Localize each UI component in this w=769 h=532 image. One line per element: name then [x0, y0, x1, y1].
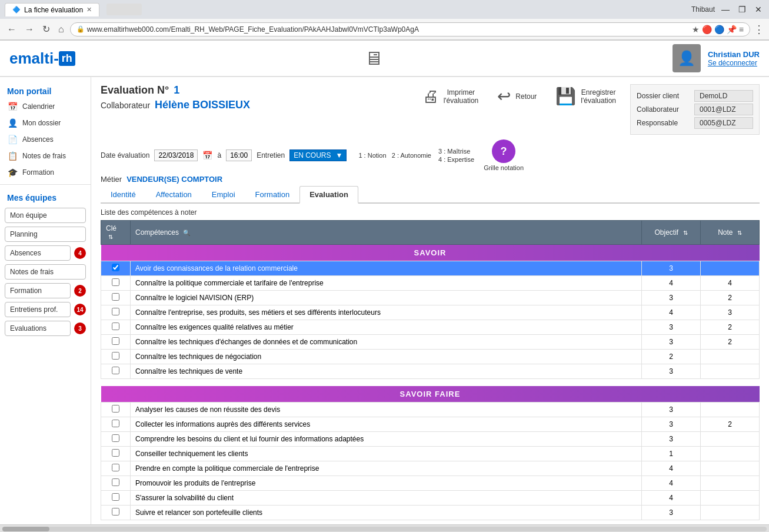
col-obj-header[interactable]: Objectif ⇅ — [642, 221, 701, 245]
reload-button[interactable]: ↻ — [40, 22, 52, 36]
table-row[interactable]: Promouvoir les produits de l'entreprise4 — [101, 476, 760, 490]
retour-button[interactable]: ↩ Retour — [492, 84, 541, 108]
statut-select[interactable]: EN COURS ▼ — [289, 149, 347, 161]
bottom-scrollbar[interactable] — [0, 524, 769, 532]
tab-identite[interactable]: Identité — [101, 186, 146, 204]
scrollbar-thumb[interactable] — [2, 527, 49, 531]
address-box[interactable]: 🔒 www.emaltirhweb000.com/Emalti_RH_Web/P… — [70, 22, 750, 36]
forward-button[interactable]: → — [22, 23, 36, 36]
row-checkbox[interactable] — [112, 405, 119, 413]
mon-equipe-button[interactable]: Mon équipe — [5, 208, 86, 223]
row-checkbox[interactable] — [112, 322, 119, 330]
table-row[interactable]: Conseiller techniquement les clients1 — [101, 446, 760, 461]
row-checkbox[interactable] — [112, 420, 119, 427]
date-value[interactable]: 22/03/2018 — [154, 149, 198, 161]
sidebar-item-calendrier[interactable]: 📅 Calendrier — [0, 98, 91, 115]
table-row[interactable]: Connaître le logiciel NAVISION (ERP)32 — [101, 291, 760, 305]
note-cell[interactable]: 2 — [701, 320, 760, 335]
save-button[interactable]: 💾 Enregistrer l'évaluation — [551, 84, 621, 108]
browser-tab[interactable]: 🔷 La fiche évaluation ✕ — [5, 3, 99, 16]
row-checkbox[interactable] — [112, 264, 119, 271]
notes-frais-button[interactable]: Notes de frais — [5, 264, 86, 280]
row-checkbox[interactable] — [112, 478, 119, 486]
note-sort-icon[interactable]: ⇅ — [737, 230, 742, 236]
note-cell[interactable] — [701, 476, 760, 490]
table-row[interactable]: Connaître l'entreprise, ses produits, se… — [101, 305, 760, 320]
row-checkbox[interactable] — [112, 352, 119, 360]
table-row[interactable]: Connaître les exigences qualité relative… — [101, 320, 760, 335]
note-cell[interactable]: 2 — [701, 417, 760, 431]
entretiens-badge: 14 — [74, 304, 86, 315]
sidebar-item-notes[interactable]: 📋 Notes de frais — [0, 148, 91, 164]
table-row[interactable]: Comprendre les besoins du client et lui … — [101, 431, 760, 446]
entretiens-button[interactable]: Entretiens prof. — [5, 302, 71, 317]
note-cell[interactable] — [701, 350, 760, 364]
row-checkbox[interactable] — [112, 449, 119, 457]
note-cell[interactable] — [701, 461, 760, 476]
calendar-icon[interactable]: 📅 — [202, 151, 212, 160]
table-row[interactable]: Suivre et relancer son portefeuille clie… — [101, 505, 760, 520]
grille-circle[interactable]: ? — [492, 139, 515, 163]
row-checkbox[interactable] — [112, 493, 119, 501]
row-checkbox[interactable] — [112, 308, 119, 315]
table-row[interactable]: Connaître les techniques de négociation2 — [101, 350, 760, 364]
absences-team-button[interactable]: Absences — [5, 245, 71, 261]
minimize-button[interactable]: — — [720, 4, 731, 15]
table-row[interactable]: Prendre en compte la politique commercia… — [101, 461, 760, 476]
evaluations-button[interactable]: Evaluations — [5, 321, 71, 336]
comp-sort-icon[interactable]: 🔍 — [183, 230, 190, 236]
user-name[interactable]: Christian DUR — [708, 50, 760, 59]
obj-sort-icon[interactable]: ⇅ — [683, 230, 688, 236]
note-cell[interactable] — [701, 261, 760, 276]
note-cell[interactable] — [701, 505, 760, 520]
heure-value[interactable]: 16:00 — [226, 149, 252, 161]
table-row[interactable]: S'assurer la solvabilité du client4 — [101, 490, 760, 505]
row-checkbox[interactable] — [112, 464, 119, 471]
note-cell[interactable] — [701, 490, 760, 505]
sidebar-item-formation[interactable]: 🎓 Formation — [0, 164, 91, 181]
note-cell[interactable] — [701, 446, 760, 461]
tab-emploi[interactable]: Emploi — [202, 186, 245, 204]
col-note-header[interactable]: Note ⇅ — [701, 221, 760, 245]
table-row[interactable]: Connaître les techniques de vente3 — [101, 364, 760, 379]
back-button[interactable]: ← — [5, 23, 19, 36]
sidebar-item-mondossier[interactable]: 👤 Mon dossier — [0, 115, 91, 131]
table-row[interactable]: Collecter les informations auprès des di… — [101, 417, 760, 431]
col-cle-header[interactable]: Clé ⇅ — [101, 221, 131, 245]
sidebar-portail-title[interactable]: Mon portail — [0, 82, 91, 98]
note-cell[interactable]: 2 — [701, 291, 760, 305]
print-button[interactable]: 🖨 Imprimer l'évaluation — [418, 84, 484, 108]
col-comp-header[interactable]: Compétences 🔍 — [131, 221, 642, 245]
note-cell[interactable]: 2 — [701, 335, 760, 350]
home-button[interactable]: ⌂ — [56, 23, 66, 36]
restore-button[interactable]: ❐ — [736, 4, 748, 15]
row-checkbox[interactable] — [112, 337, 119, 345]
table-row[interactable]: Connaître les techniques d'échanges de d… — [101, 335, 760, 350]
sidebar-item-absences[interactable]: 📄 Absences — [0, 131, 91, 148]
row-checkbox[interactable] — [112, 367, 119, 374]
note-cell[interactable]: 3 — [701, 305, 760, 320]
cle-sort-icon[interactable]: ⇅ — [108, 234, 113, 240]
competences-scroll-area[interactable]: Clé ⇅ Compétences 🔍 Objectif ⇅ — [101, 220, 760, 524]
close-button[interactable]: ✕ — [753, 4, 764, 15]
row-checkbox[interactable] — [112, 434, 119, 442]
tab-formation[interactable]: Formation — [245, 186, 300, 204]
logout-link[interactable]: Se déconnecter — [708, 59, 760, 67]
note-cell[interactable] — [701, 431, 760, 446]
formation-team-button[interactable]: Formation — [5, 283, 71, 298]
tab-affectation[interactable]: Affectation — [146, 186, 202, 204]
tab-close-button[interactable]: ✕ — [86, 6, 92, 14]
row-checkbox[interactable] — [112, 278, 119, 286]
tab-evaluation[interactable]: Evaluation — [299, 186, 358, 204]
row-checkbox[interactable] — [112, 508, 119, 516]
table-row[interactable]: Analyser les causes de non réussite des … — [101, 402, 760, 417]
grille-notation-button[interactable]: ? Grille notation — [484, 139, 524, 171]
planning-button[interactable]: Planning — [5, 227, 86, 242]
note-cell[interactable]: 4 — [701, 276, 760, 291]
note-cell[interactable] — [701, 402, 760, 417]
table-row[interactable]: Avoir des connaissances de la relation c… — [101, 261, 760, 276]
scrollbar-track[interactable] — [2, 527, 767, 531]
note-cell[interactable] — [701, 364, 760, 379]
row-checkbox[interactable] — [112, 293, 119, 301]
table-row[interactable]: Connaître la politique commerciale et ta… — [101, 276, 760, 291]
